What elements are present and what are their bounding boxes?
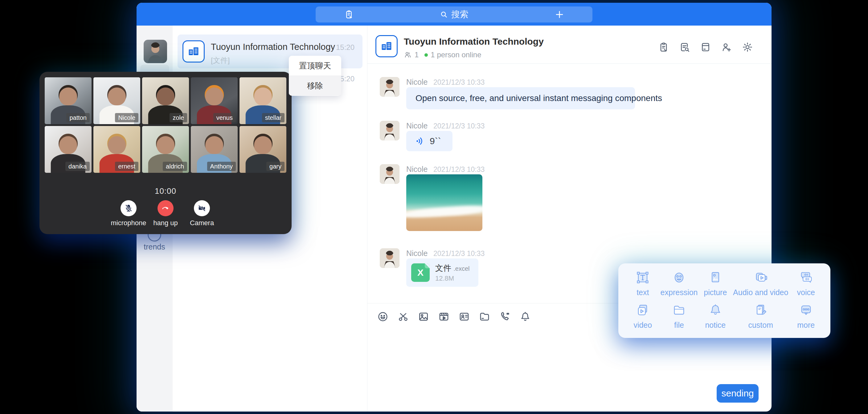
video-tile[interactable]: aldrich [142,126,189,173]
notification-bell-icon[interactable] [519,311,531,323]
video-tile[interactable]: venus [191,77,238,124]
camera-off-icon [197,203,207,213]
add-icon[interactable] [555,10,564,19]
participant-name: gary [266,162,284,171]
file-message-card[interactable]: X 文件 .excel 12.8M [406,258,478,287]
chat-item-last-message: [文件] [211,56,230,65]
user-avatar[interactable] [144,40,167,63]
video-call-panel: patton Nicole zole venus stellar danika … [39,72,291,234]
hangup-button[interactable] [157,200,174,216]
video-tile[interactable]: Anthony [191,126,238,173]
nav-item-trends[interactable]: trends [140,243,168,251]
file-library-icon[interactable] [700,41,712,53]
file-ext: .excel [454,265,469,272]
sender-avatar[interactable] [380,248,400,268]
contact-card-icon[interactable] [458,311,470,323]
voice-duration: 9`` [430,136,441,146]
video-clapper-icon[interactable] [438,311,450,323]
search-placeholder: 搜索 [451,9,468,20]
file-name: 文件 [435,263,451,273]
search-icon [439,10,448,19]
chat-context-menu: 置顶聊天 移除 [289,56,341,96]
file-folder-icon [671,302,687,318]
sender-avatar[interactable] [380,121,400,140]
emoji-icon[interactable] [377,311,389,323]
camera-button[interactable] [194,200,210,216]
video-tile[interactable]: zole [142,77,189,124]
custom-icon [753,302,769,318]
attach-item-custom[interactable]: custom [733,302,788,335]
settings-gear-icon[interactable] [741,41,754,53]
attach-item-expression[interactable]: expression [660,269,698,302]
message-search-icon[interactable] [678,41,691,53]
participant-name: zole [169,113,187,122]
voice-icon [798,269,814,286]
image-message-beach[interactable] [406,174,483,231]
attach-item-file[interactable]: file [660,302,698,335]
screenshot-scissors-icon[interactable] [397,311,409,323]
image-icon[interactable] [417,311,430,323]
online-status: 1 person online [431,51,481,59]
search-bar-group: 搜索 [316,6,592,23]
text-message-bubble[interactable]: Open source, free, and universal instant… [406,87,635,109]
building-icon [380,39,393,53]
attach-item-more[interactable]: more [788,302,824,335]
chat-item-time: 15:20 [336,43,354,52]
participant-name: Anthony [207,162,236,171]
file-size: 12.8M [435,275,454,283]
online-dot [425,53,428,57]
attach-item-audio-video[interactable]: Audio and video [733,269,788,302]
member-count: 1 [414,51,418,59]
menu-item-pin-chat[interactable]: 置顶聊天 [289,56,341,75]
group-avatar [183,40,205,63]
attach-item-video[interactable]: video [625,302,660,335]
call-log-icon[interactable] [657,41,670,53]
attach-item-text[interactable]: text [625,269,660,302]
sender-avatar[interactable] [380,164,400,184]
participant-name: ernest [115,162,138,171]
folder-icon[interactable] [478,311,491,323]
video-tile[interactable]: gary [240,126,286,173]
notice-bell-icon [707,302,723,318]
message-time: 2021/12/3 10:33 [433,122,485,130]
video-tile[interactable]: stellar [240,77,286,124]
voice-message-bubble[interactable]: 9`` [406,131,453,151]
attach-item-picture[interactable]: picture [698,269,733,302]
header-divider [367,63,772,64]
participant-name: venus [213,113,236,122]
picture-icon [707,269,723,286]
more-icon [798,302,814,318]
sender-name: Nicole [406,121,428,130]
mic-muted-icon [124,203,133,213]
video-grid: patton Nicole zole venus stellar danika … [45,77,286,173]
video-tile[interactable]: ernest [93,126,140,173]
microphone-button[interactable] [121,200,136,216]
conversation-avatar [375,35,398,57]
video-call-icon[interactable] [499,311,511,323]
participant-name: stellar [262,113,284,122]
message-time: 2021/12/3 10:33 [433,165,485,173]
participant-name: patton [66,113,90,122]
attach-item-voice[interactable]: voice [788,269,824,302]
video-tile[interactable]: danika [45,126,92,173]
video-icon [635,302,651,318]
conversation-header-actions [657,41,754,53]
conversation-subtitle: 1 1 person online [404,51,481,59]
sender-avatar[interactable] [380,77,400,97]
camera-label: Camera [177,219,226,227]
sender-name: Nicole [406,165,428,173]
attach-item-notice[interactable]: notice [698,302,733,335]
send-button[interactable]: sending [717,384,758,403]
sender-name: Nicole [406,77,428,86]
wave-foam [406,204,483,219]
participant-name: Nicole [115,113,138,122]
search-input[interactable]: 搜索 [316,9,592,20]
menu-item-remove[interactable]: 移除 [289,75,341,95]
call-timer: 10:00 [39,186,291,196]
attachment-panel: text expression picture Audio and video [618,263,830,338]
add-member-icon[interactable] [720,41,733,53]
participant-name: aldrich [163,162,187,171]
excel-file-icon: X [411,263,430,282]
video-tile[interactable]: patton [45,77,92,124]
video-tile[interactable]: Nicole [93,77,140,124]
